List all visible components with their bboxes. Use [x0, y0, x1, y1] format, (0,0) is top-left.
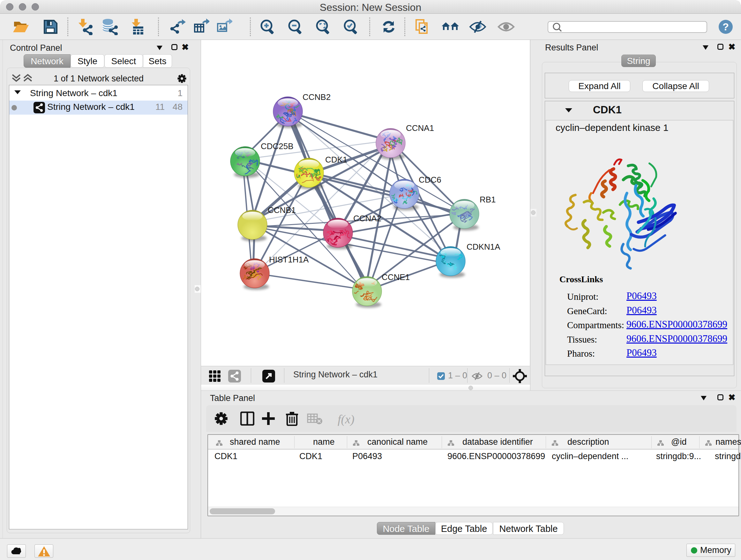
svg-text:CCNA2: CCNA2 — [353, 213, 381, 223]
svg-text:CCNE1: CCNE1 — [382, 272, 410, 282]
svg-text:CDC25B: CDC25B — [261, 141, 293, 151]
svg-text:CDKN1A: CDKN1A — [467, 242, 500, 252]
svg-text:HIST1H1A: HIST1H1A — [269, 255, 309, 264]
svg-text:?: ? — [723, 21, 729, 33]
svg-text:CDC6: CDC6 — [419, 175, 441, 185]
svg-text:CCNB2: CCNB2 — [302, 92, 331, 102]
svg-text:CCNA1: CCNA1 — [406, 123, 434, 133]
svg-text:CDK1: CDK1 — [325, 155, 347, 165]
svg-text:RB1: RB1 — [480, 195, 496, 204]
svg-text:CCNB1: CCNB1 — [268, 205, 296, 215]
